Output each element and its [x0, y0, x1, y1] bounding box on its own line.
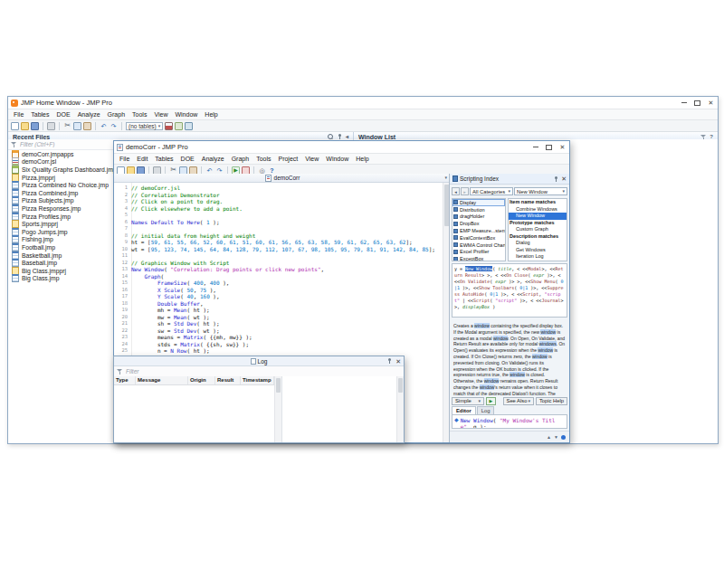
- cut-icon[interactable]: [63, 122, 71, 130]
- scripting-index-titlebar[interactable]: Scripting Index ✕: [450, 174, 569, 185]
- example-editor[interactable]: ◆ New Window( "My Window's Title", g );: [452, 414, 567, 429]
- undo-icon[interactable]: [100, 122, 108, 130]
- si-result-item[interactable]: Custom Graph: [509, 226, 567, 233]
- menu-window[interactable]: Window: [322, 156, 352, 162]
- maximize-button[interactable]: [691, 97, 704, 109]
- si-category-item[interactable]: EvalContextBox: [452, 234, 505, 242]
- close-button[interactable]: ✕: [704, 97, 718, 109]
- code-line[interactable]: 17 Y Scale( 40, 160 ),: [114, 293, 443, 300]
- si-result-item[interactable]: Combine Windows: [509, 206, 567, 213]
- paste-icon[interactable]: [83, 122, 91, 130]
- log-column-origin[interactable]: Origin: [188, 376, 215, 384]
- code-line[interactable]: 3// Click on a point to drag.: [114, 198, 443, 205]
- redo-icon[interactable]: [110, 122, 118, 130]
- code-line[interactable]: 7: [114, 225, 443, 232]
- log-detail-scrollbar[interactable]: [396, 376, 404, 442]
- pin-icon[interactable]: [386, 357, 393, 365]
- menu-graph[interactable]: Graph: [228, 156, 252, 162]
- category-dropdown[interactable]: All Categories ▾: [470, 187, 513, 195]
- tab-democorr[interactable]: demoCorr: [274, 175, 300, 181]
- code-line[interactable]: 21 sh = Std Dev( ht );: [114, 320, 443, 327]
- code-line[interactable]: 16 X Scale( 50, 75 ),: [114, 287, 443, 294]
- chevron-down-icon[interactable]: ▾: [444, 175, 447, 180]
- code-line[interactable]: 9ht = [59, 61, 55, 66, 52, 60, 61, 51, 6…: [114, 239, 443, 246]
- close-button[interactable]: ✕: [556, 141, 569, 153]
- code-line[interactable]: 12// Graphics Window with Script: [114, 260, 443, 267]
- menu-view[interactable]: View: [150, 111, 171, 118]
- code-line[interactable]: 5: [114, 212, 443, 219]
- log-table-scrollbar[interactable]: [274, 376, 281, 442]
- menu-tools[interactable]: Tools: [129, 111, 150, 118]
- run-example-button[interactable]: ▶: [486, 397, 496, 405]
- code-line[interactable]: 10wt = [95, 123, 74, 145, 64, 84, 128, 7…: [114, 246, 443, 253]
- syntax-box[interactable]: y = New Window( title, < <<Modal>, <<Ret…: [452, 263, 567, 318]
- si-result-item[interactable]: Get Windows: [509, 247, 567, 254]
- menu-help[interactable]: Help: [201, 111, 221, 118]
- si-result-item[interactable]: Dialog: [509, 240, 567, 247]
- search-input[interactable]: [517, 189, 561, 194]
- log-column-message[interactable]: Message: [136, 376, 188, 384]
- close-icon[interactable]: ✕: [395, 358, 401, 365]
- menu-window[interactable]: Window: [171, 111, 201, 118]
- si-tab-log[interactable]: Log: [477, 406, 495, 414]
- code-line[interactable]: 22 sw = Std Dev( wt );: [114, 327, 443, 335]
- menu-doe[interactable]: DOE: [177, 156, 198, 162]
- graph-builder-icon[interactable]: [185, 122, 193, 130]
- results-list[interactable]: Item name matchesCombine WindowsNew Wind…: [508, 198, 567, 261]
- log-detail-panel[interactable]: [281, 376, 396, 442]
- log-column-type[interactable]: Type: [114, 376, 136, 384]
- close-icon[interactable]: ✕: [561, 175, 567, 182]
- log-filter-input[interactable]: [126, 367, 401, 375]
- menu-file[interactable]: File: [10, 111, 27, 118]
- log-titlebar[interactable]: Log ✕: [114, 356, 404, 366]
- code-line[interactable]: 18 Double Buffer,: [114, 300, 443, 308]
- tables-dropdown[interactable]: (no tables) ▾: [126, 122, 163, 130]
- si-category-item[interactable]: EMP Measure...stems Analysis: [452, 227, 505, 234]
- si-category-item[interactable]: Distribution: [452, 206, 505, 213]
- log-column-result[interactable]: Result: [215, 376, 241, 384]
- menu-graph[interactable]: Graph: [104, 111, 129, 118]
- log-column-timestamp[interactable]: Timestamp: [241, 376, 274, 384]
- code-line[interactable]: 6Names Default To Here( 1 );: [114, 219, 443, 226]
- code-line[interactable]: 25 n = N Row( ht );: [114, 347, 443, 355]
- si-category-item[interactable]: DropBox: [452, 220, 505, 227]
- search-combo[interactable]: ▾: [514, 187, 567, 195]
- new-data-table-icon[interactable]: [11, 122, 19, 130]
- menu-tables[interactable]: Tables: [27, 111, 52, 118]
- code-line[interactable]: 4// Click elsewhere to add a point.: [114, 205, 443, 213]
- copy-icon[interactable]: [73, 122, 81, 130]
- menu-tables[interactable]: Tables: [151, 156, 176, 162]
- menu-project[interactable]: Project: [274, 156, 301, 162]
- code-line[interactable]: 13New Window( "Correlation: Drag points …: [114, 266, 443, 273]
- code-line[interactable]: 23 means = Matrix( {{mh, mw}} );: [114, 334, 443, 341]
- code-line[interactable]: 1// demoCorr.jsl: [114, 185, 443, 192]
- si-category-item[interactable]: dragHolder: [452, 213, 505, 221]
- category-list[interactable]: DisplayDistributiondragHolderDropBoxEMP …: [452, 198, 506, 261]
- see-also-button[interactable]: See Also ▾: [503, 397, 534, 405]
- menu-edit[interactable]: Edit: [133, 156, 151, 162]
- code-line[interactable]: 11: [114, 252, 443, 260]
- si-category-item[interactable]: Excel Profiler: [452, 249, 505, 256]
- log-table-body[interactable]: [114, 385, 274, 442]
- si-category-item[interactable]: EWMA Control Chart: [452, 242, 505, 249]
- forward-button[interactable]: ▸: [461, 187, 469, 195]
- si-result-item[interactable]: Iteration Log: [509, 253, 567, 261]
- menu-tools[interactable]: Tools: [252, 156, 274, 162]
- back-button[interactable]: ◂: [452, 187, 460, 195]
- chevron-down-icon[interactable]: ▼: [554, 435, 558, 440]
- si-tab-editor[interactable]: Editor: [452, 406, 476, 414]
- save-icon[interactable]: [31, 122, 39, 130]
- si-category-item[interactable]: Display: [452, 199, 505, 206]
- distribution-icon[interactable]: [165, 122, 173, 130]
- minimize-button[interactable]: [677, 97, 691, 109]
- code-line[interactable]: 2// Correlation Demonstrator: [114, 192, 443, 199]
- display-mode-dropdown[interactable]: Simple ▾: [452, 397, 484, 405]
- menu-analyze[interactable]: Analyze: [74, 111, 104, 118]
- topic-help-button[interactable]: Topic Help: [536, 397, 567, 405]
- fit-y-by-x-icon[interactable]: [175, 122, 183, 130]
- menu-analyze[interactable]: Analyze: [198, 156, 228, 162]
- democorr-titlebar[interactable]: demoCorr - JMP Pro ✕: [114, 141, 569, 154]
- print-icon[interactable]: [47, 122, 55, 130]
- menu-help[interactable]: Help: [352, 156, 372, 162]
- code-line[interactable]: 24 stds = Matrix( {{sh, sw}} );: [114, 341, 443, 348]
